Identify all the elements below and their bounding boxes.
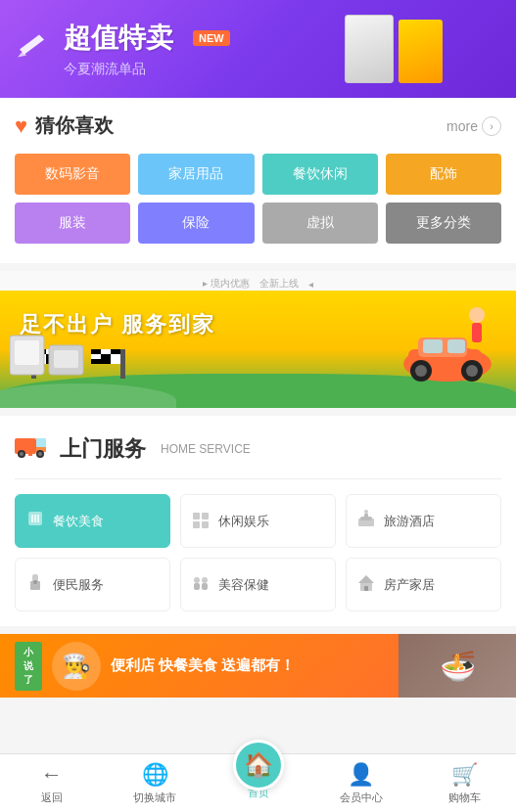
svg-rect-36 bbox=[54, 350, 78, 368]
svg-rect-61 bbox=[194, 583, 200, 590]
service-item-food[interactable]: 餐饮美食 bbox=[15, 494, 170, 548]
svg-rect-63 bbox=[202, 583, 208, 590]
nav-member-label: 会员中心 bbox=[340, 790, 383, 805]
category-btn-virtual[interactable]: 虚拟 bbox=[262, 203, 378, 244]
svg-rect-44 bbox=[28, 450, 32, 456]
service-label-realestate: 房产家居 bbox=[384, 576, 435, 594]
svg-rect-21 bbox=[91, 359, 101, 364]
svg-rect-49 bbox=[193, 513, 200, 519]
chef-icon: 👨‍🍳 bbox=[52, 642, 101, 691]
banner-products bbox=[345, 15, 496, 83]
top-text-left: ▸ 境内优惠 bbox=[203, 277, 250, 291]
home-service-title: 上门服务 bbox=[60, 434, 146, 464]
top-text-mid: 全新上线 bbox=[259, 277, 299, 291]
svg-marker-65 bbox=[358, 575, 374, 583]
nav-member[interactable]: 👤 会员中心 bbox=[309, 754, 412, 812]
svg-point-32 bbox=[466, 365, 478, 377]
service-label-beauty: 美容保健 bbox=[218, 576, 269, 594]
svg-rect-27 bbox=[423, 339, 443, 353]
service-item-realestate[interactable]: 房产家居 bbox=[346, 558, 501, 611]
nav-home[interactable]: 🏠 首页 bbox=[207, 754, 309, 812]
svg-rect-28 bbox=[447, 339, 465, 353]
banner-badge: NEW bbox=[193, 30, 230, 46]
service-item-public[interactable]: 便民服务 bbox=[15, 558, 170, 611]
svg-rect-23 bbox=[472, 323, 482, 342]
svg-rect-18 bbox=[101, 354, 111, 359]
promo-main-text: 便利店 快餐美食 送遍都有！ bbox=[111, 656, 295, 675]
category-btn-accessory[interactable]: 配饰 bbox=[386, 154, 501, 195]
public-icon bbox=[25, 572, 45, 597]
nav-cart-label: 购物车 bbox=[448, 790, 481, 805]
realestate-icon bbox=[356, 572, 376, 597]
more-circle-icon: › bbox=[482, 116, 501, 136]
promo-badge-text3: 了 bbox=[23, 674, 33, 685]
home-service-en: HOME SERVICE bbox=[161, 442, 251, 456]
promo-badge: 小 说 了 bbox=[15, 642, 42, 691]
category-btn-clothing[interactable]: 服装 bbox=[15, 203, 130, 244]
svg-marker-0 bbox=[20, 35, 44, 55]
svg-rect-34 bbox=[15, 340, 39, 365]
svg-rect-20 bbox=[91, 354, 101, 359]
service-label-hotel: 旅游酒店 bbox=[384, 513, 435, 530]
car-illustration bbox=[394, 300, 501, 392]
nav-cart[interactable]: 🛒 购物车 bbox=[413, 754, 516, 812]
more-link[interactable]: more › bbox=[446, 116, 501, 136]
svg-rect-51 bbox=[193, 521, 200, 528]
service-banner-wrapper: ▸ 境内优惠 全新上线 ◂ 足不出户 服务到家 bbox=[0, 271, 516, 408]
likes-section: ♥ 猜你喜欢 more › 数码影音 家居用品 餐饮休闲 配饰 服装 保险 虚拟… bbox=[0, 98, 516, 263]
category-btn-home[interactable]: 家居用品 bbox=[138, 154, 254, 195]
hotel-icon bbox=[356, 509, 376, 533]
svg-point-62 bbox=[202, 577, 208, 583]
home-icon: 🏠 bbox=[244, 751, 273, 779]
svg-rect-12 bbox=[120, 349, 125, 379]
nav-switch-city[interactable]: 🌐 切换城市 bbox=[103, 754, 206, 812]
globe-icon: 🌐 bbox=[142, 762, 168, 788]
category-btn-food[interactable]: 餐饮休闲 bbox=[262, 154, 378, 195]
service-label-food: 餐饮美食 bbox=[53, 513, 104, 530]
service-item-beauty[interactable]: 美容保健 bbox=[180, 558, 336, 611]
top-text-right: ◂ bbox=[308, 279, 313, 290]
nav-back[interactable]: ← 返回 bbox=[0, 754, 103, 812]
service-label-public: 便民服务 bbox=[53, 576, 104, 594]
svg-rect-52 bbox=[202, 521, 209, 528]
svg-rect-39 bbox=[36, 438, 46, 447]
svg-point-22 bbox=[469, 307, 485, 323]
svg-rect-15 bbox=[101, 349, 111, 354]
category-btn-digital[interactable]: 数码影音 bbox=[15, 154, 130, 195]
likes-header: ♥ 猜你喜欢 more › bbox=[15, 113, 501, 139]
home-service-section: 上门服务 HOME SERVICE 餐饮美食 bbox=[0, 416, 516, 626]
promo-text-area: 便利店 快餐美食 送遍都有！ bbox=[111, 656, 295, 675]
category-grid: 数码影音 家居用品 餐饮休闲 配饰 服装 保险 虚拟 更多分类 bbox=[15, 154, 501, 244]
bottom-nav: ← 返回 🌐 切换城市 🏠 首页 👤 会员中心 🛒 购物车 bbox=[0, 753, 516, 812]
back-icon: ← bbox=[41, 762, 63, 788]
pen-icon bbox=[15, 30, 49, 65]
member-icon: 👤 bbox=[348, 762, 374, 788]
service-item-hotel[interactable]: 旅游酒店 bbox=[346, 494, 501, 548]
banner-title: 超值特卖 bbox=[64, 20, 173, 57]
svg-point-30 bbox=[415, 365, 427, 377]
service-item-leisure[interactable]: 休闲娱乐 bbox=[180, 494, 336, 548]
promo-badge-text: 小 bbox=[23, 647, 33, 657]
svg-point-59 bbox=[33, 580, 37, 584]
svg-rect-14 bbox=[111, 359, 120, 364]
nav-city-label: 切换城市 bbox=[133, 790, 176, 805]
category-btn-more[interactable]: 更多分类 bbox=[386, 203, 501, 244]
leisure-icon bbox=[191, 509, 211, 533]
service-banner-top-text: ▸ 境内优惠 全新上线 ◂ bbox=[0, 271, 516, 291]
svg-rect-13 bbox=[111, 349, 120, 354]
promo-banner[interactable]: 小 说 了 👨‍🍳 便利店 快餐美食 送遍都有！ 🍜 bbox=[0, 634, 516, 698]
svg-rect-19 bbox=[91, 349, 101, 354]
category-btn-insurance[interactable]: 保险 bbox=[138, 203, 254, 244]
svg-rect-17 bbox=[111, 354, 120, 359]
likes-title: ♥ 猜你喜欢 bbox=[15, 113, 114, 139]
svg-point-41 bbox=[20, 452, 23, 456]
promo-badge-text2: 说 bbox=[23, 660, 33, 671]
home-circle: 🏠 bbox=[233, 740, 284, 790]
svg-rect-66 bbox=[364, 586, 368, 591]
service-banner-bg: 足不出户 服务到家 bbox=[0, 291, 516, 408]
food-image: 🍜 bbox=[399, 634, 516, 698]
svg-point-43 bbox=[38, 452, 42, 456]
svg-rect-37 bbox=[15, 438, 36, 454]
likes-title-text: 猜你喜欢 bbox=[35, 113, 114, 139]
svg-point-56 bbox=[364, 510, 368, 514]
